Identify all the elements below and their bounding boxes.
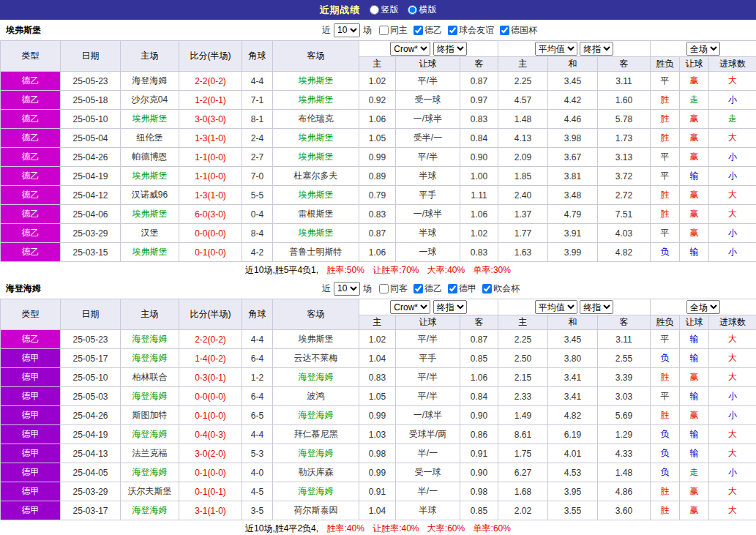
average-select[interactable]: 平均值 (535, 42, 577, 56)
league-badge: 德乙 (1, 72, 61, 91)
corner-score: 8-4 (242, 224, 273, 243)
bookmaker-select[interactable]: Crow* (390, 42, 430, 56)
filter-checkbox-input[interactable] (448, 26, 457, 35)
match-score[interactable]: 0-0(0-0) (179, 224, 242, 243)
match-score[interactable]: 0-4(0-3) (179, 425, 242, 444)
corner-score: 6-4 (242, 349, 273, 368)
filter-checkbox-input[interactable] (379, 284, 389, 293)
match-score[interactable]: 1-1(0-0) (179, 148, 242, 167)
match-score[interactable]: 6-0(3-0) (179, 205, 242, 224)
away-team[interactable]: 埃弗斯堡 (273, 330, 359, 349)
away-team[interactable]: 波鸿 (273, 387, 359, 406)
away-team[interactable]: 拜仁慕尼黑 (273, 425, 359, 444)
match-count-select[interactable]: 10 (334, 282, 360, 296)
match-score[interactable]: 0-0(0-0) (179, 387, 242, 406)
match-score[interactable]: 3-0(2-0) (179, 444, 242, 463)
match-score[interactable]: 3-0(3-0) (179, 110, 242, 129)
match-score[interactable]: 1-1(0-0) (179, 167, 242, 186)
average-stage-select[interactable]: 终指 (580, 42, 613, 56)
fulltime-select[interactable]: 全场 (686, 42, 720, 56)
filter-checkbox[interactable]: 球会友谊 (448, 24, 494, 37)
match-score[interactable]: 0-1(0-0) (179, 406, 242, 425)
filter-checkbox[interactable]: 德乙 (413, 24, 442, 37)
result-handicap: 输 (680, 243, 709, 262)
filter-checkbox[interactable]: 欧会杯 (482, 283, 520, 295)
filter-checkbox-input[interactable] (448, 284, 457, 293)
home-team[interactable]: 海登海姆 (121, 349, 179, 368)
match-score[interactable]: 1-4(0-2) (179, 349, 242, 368)
home-team[interactable]: 沃尔夫斯堡 (121, 482, 179, 501)
filter-checkbox[interactable]: 德国杯 (500, 24, 537, 37)
average-select[interactable]: 平均值 (535, 300, 577, 314)
away-team[interactable]: 荷尔斯泰因 (273, 501, 359, 520)
home-team[interactable]: 海登海姆 (121, 463, 179, 482)
home-team[interactable]: 纽伦堡 (121, 129, 179, 148)
match-score[interactable]: 0-1(0-0) (179, 463, 242, 482)
away-team[interactable]: 埃弗斯堡 (273, 72, 359, 91)
bookmaker-select[interactable]: Crow* (390, 300, 430, 314)
home-team[interactable]: 斯图加特 (121, 406, 179, 425)
home-team[interactable]: 汉诺威96 (121, 186, 179, 205)
handicap-odds-away: 0.86 (460, 425, 498, 444)
match-score[interactable]: 1-2(0-1) (179, 91, 242, 110)
home-team[interactable]: 海登海姆 (121, 330, 179, 349)
match-score[interactable]: 0-1(0-1) (179, 482, 242, 501)
away-team[interactable]: 海登海姆 (273, 444, 359, 463)
away-team[interactable]: 杜塞尔多夫 (273, 167, 359, 186)
away-team[interactable]: 埃弗斯堡 (273, 91, 359, 110)
match-score[interactable]: 2-2(0-2) (179, 330, 242, 349)
match-score[interactable]: 3-1(1-0) (179, 501, 242, 520)
average-stage-select[interactable]: 终指 (580, 300, 613, 314)
away-team[interactable]: 埃弗斯堡 (273, 148, 359, 167)
home-team[interactable]: 沙尔克04 (121, 91, 179, 110)
away-team[interactable]: 埃弗斯堡 (273, 186, 359, 205)
away-team[interactable]: 勒沃库森 (273, 463, 359, 482)
away-team[interactable]: 海登海姆 (273, 368, 359, 387)
handicap-line: 平/半 (396, 368, 460, 387)
home-team[interactable]: 埃弗斯堡 (121, 110, 179, 129)
filter-checkbox-input[interactable] (413, 284, 423, 293)
away-team[interactable]: 海登海姆 (273, 482, 359, 501)
fulltime-select[interactable]: 全场 (686, 300, 720, 314)
view-vertical-option[interactable]: 竖版 (370, 4, 399, 16)
away-team[interactable]: 海登海姆 (273, 406, 359, 425)
filter-checkbox-input[interactable] (379, 26, 389, 35)
home-team[interactable]: 海登海姆 (121, 72, 179, 91)
home-team[interactable]: 汉堡 (121, 224, 179, 243)
filter-checkbox-input[interactable] (500, 26, 509, 35)
odds-stage-select[interactable]: 终指 (433, 42, 467, 56)
view-horizontal-radio[interactable] (408, 5, 417, 15)
home-team[interactable]: 法兰克福 (121, 444, 179, 463)
away-team[interactable]: 普鲁士明斯特 (273, 243, 359, 262)
match-score[interactable]: 1-3(1-0) (179, 129, 242, 148)
view-vertical-radio[interactable] (370, 5, 379, 15)
home-team[interactable]: 海登海姆 (121, 387, 179, 406)
filter-checkbox-input[interactable] (482, 284, 492, 293)
away-team[interactable]: 埃弗斯堡 (273, 129, 359, 148)
home-team[interactable]: 帕德博恩 (121, 148, 179, 167)
away-team[interactable]: 布伦瑞克 (273, 110, 359, 129)
filter-checkbox[interactable]: 德甲 (448, 283, 476, 295)
home-team[interactable]: 埃弗斯堡 (121, 205, 179, 224)
filter-checkbox-input[interactable] (413, 26, 423, 35)
match-count-select[interactable]: 10 (334, 23, 360, 37)
match-score[interactable]: 0-1(0-0) (179, 243, 242, 262)
home-team[interactable]: 埃弗斯堡 (121, 167, 179, 186)
filter-checkbox[interactable]: 德乙 (413, 283, 442, 295)
match-score[interactable]: 2-2(0-2) (179, 72, 242, 91)
home-team[interactable]: 海登海姆 (121, 425, 179, 444)
filter-checkbox[interactable]: 同主 (379, 24, 408, 37)
home-team[interactable]: 埃弗斯堡 (121, 243, 179, 262)
home-team[interactable]: 柏林联合 (121, 368, 179, 387)
match-score[interactable]: 0-3(0-1) (179, 368, 242, 387)
result-handicap: 赢 (680, 482, 709, 501)
match-date: 25-04-12 (61, 186, 121, 205)
filter-checkbox[interactable]: 同客 (379, 283, 408, 295)
away-team[interactable]: 雷根斯堡 (273, 205, 359, 224)
away-team[interactable]: 云达不莱梅 (273, 349, 359, 368)
view-horizontal-option[interactable]: 横版 (408, 4, 437, 16)
match-score[interactable]: 1-3(1-0) (179, 186, 242, 205)
odds-stage-select[interactable]: 终指 (433, 300, 467, 314)
home-team[interactable]: 海登海姆 (121, 501, 179, 520)
away-team[interactable]: 埃弗斯堡 (273, 224, 359, 243)
